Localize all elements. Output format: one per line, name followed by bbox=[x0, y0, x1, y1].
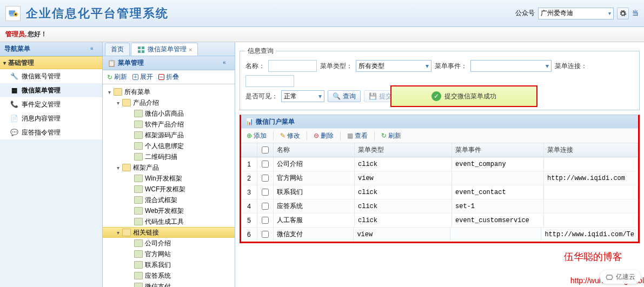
table-row[interactable]: 2 官方网站 view http://www.iqidi.com bbox=[241, 171, 638, 185]
search-legend: 信息查询 bbox=[245, 46, 276, 56]
system-title: 企业信息化平台管理系统 bbox=[26, 5, 169, 22]
sidebar-item-微信账号管理[interactable]: 🔧微信账号管理 bbox=[0, 69, 102, 83]
page-icon bbox=[134, 283, 143, 287]
account-selector[interactable]: 广州爱奇迪 ▾ bbox=[538, 8, 614, 19]
tree-refresh-button[interactable]: ↻刷新 bbox=[107, 72, 127, 82]
grid-title: 📊微信门户菜单 bbox=[241, 115, 638, 128]
query-button[interactable]: 🔍查询 bbox=[328, 90, 361, 102]
row-checkbox[interactable] bbox=[262, 231, 269, 238]
collapse-left-icon[interactable]: « bbox=[90, 45, 98, 53]
tree-node[interactable]: ▾产品介绍 bbox=[103, 97, 235, 108]
menu-tree[interactable]: ▾所有菜单▾产品介绍微信小店商品软件产品介绍框架源码产品个人信息绑定二维码扫描▾… bbox=[103, 84, 235, 287]
tree-node[interactable]: 代码生成工具 bbox=[103, 216, 235, 227]
page-icon bbox=[134, 250, 143, 258]
link-input[interactable] bbox=[245, 75, 294, 87]
success-toast: ✓ 提交微信菜单成功 bbox=[390, 85, 537, 107]
row-checkbox[interactable] bbox=[262, 175, 269, 182]
tree-toggle-icon[interactable]: ▾ bbox=[115, 100, 121, 106]
type-label: 菜单类型： bbox=[320, 62, 353, 71]
brand-badge: 亿速云 bbox=[600, 270, 641, 284]
calendar-icon: 📞 bbox=[10, 100, 18, 109]
chat-icon: 💬 bbox=[10, 128, 18, 137]
sidebar-item-消息内容管理[interactable]: 📄消息内容管理 bbox=[0, 111, 102, 125]
table-row[interactable]: 3 联系我们 click event_contact bbox=[241, 185, 638, 199]
tree-node[interactable]: 官方网站 bbox=[103, 249, 235, 259]
table-row[interactable]: 4 应答系统 click set-1 bbox=[241, 199, 638, 213]
tree-node[interactable]: 软件产品介绍 bbox=[103, 119, 235, 130]
tree-node[interactable]: 框架源码产品 bbox=[103, 130, 235, 141]
tree-node[interactable]: ▾所有菜单 bbox=[103, 86, 235, 97]
page-icon bbox=[134, 110, 143, 117]
name-input[interactable] bbox=[268, 60, 317, 72]
visible-label: 是否可见： bbox=[245, 92, 278, 101]
settings-icon-button[interactable] bbox=[617, 8, 629, 19]
tab-home[interactable]: 首页 bbox=[105, 43, 130, 56]
page-icon bbox=[134, 218, 143, 225]
event-combo[interactable]: ▾ bbox=[470, 60, 552, 72]
folder-icon bbox=[114, 88, 122, 96]
delete-button[interactable]: ⊖删除 bbox=[314, 131, 334, 141]
tree-node[interactable]: 二维码扫描 bbox=[103, 151, 235, 162]
edit-button[interactable]: ✎修改 bbox=[280, 131, 300, 141]
tree-node[interactable]: 联系我们 bbox=[103, 259, 235, 270]
col-event: 菜单事件 bbox=[452, 143, 544, 157]
type-combo[interactable]: 所有类型▾ bbox=[356, 60, 431, 72]
page-icon bbox=[134, 185, 143, 193]
save-icon: 💾 bbox=[369, 92, 377, 100]
tree-toolbar: ↻刷新 +展开 −折叠 bbox=[103, 70, 235, 84]
check-icon: ✓ bbox=[431, 91, 441, 101]
link-label: 菜单连接： bbox=[555, 62, 587, 71]
sidebar-item-微信菜单管理[interactable]: ▦微信菜单管理 bbox=[0, 83, 102, 97]
tree-toggle-icon[interactable]: ▾ bbox=[115, 230, 121, 236]
tree-expand-button[interactable]: +展开 bbox=[132, 72, 153, 82]
panel-icon: 📋 bbox=[107, 59, 116, 68]
add-button[interactable]: ⊕添加 bbox=[247, 131, 267, 141]
tree-collapse-button[interactable]: −折叠 bbox=[158, 72, 179, 82]
sidebar-item-应答指令管理[interactable]: 💬应答指令管理 bbox=[0, 125, 102, 139]
tab-close-icon[interactable]: × bbox=[189, 46, 192, 53]
collapse-center-icon[interactable]: « bbox=[223, 59, 230, 67]
sidebar-item-事件定义管理[interactable]: 📞事件定义管理 bbox=[0, 97, 102, 111]
chevron-down-icon: ▾ bbox=[426, 62, 429, 70]
navigation-sidebar: 导航菜单 « 基础管理 🔧微信账号管理▦微信菜单管理📞事件定义管理📄消息内容管理… bbox=[0, 42, 103, 287]
page-icon bbox=[134, 196, 143, 204]
tree-node[interactable]: Web开发框架 bbox=[103, 205, 235, 216]
grid-panel: 📊微信门户菜单 ⊕添加 ✎修改 ⊖删除 ▦查看 ↻刷新 名称 菜单类型 菜单事件… bbox=[240, 115, 640, 243]
table-row[interactable]: 6 微信支付 view http://www.iqidi.com/Te bbox=[241, 228, 638, 242]
view-button[interactable]: ▦查看 bbox=[347, 131, 368, 141]
tree-node[interactable]: 微信小店商品 bbox=[103, 108, 235, 119]
tree-toggle-icon[interactable]: ▾ bbox=[106, 89, 112, 95]
row-checkbox[interactable] bbox=[262, 161, 269, 168]
minus-icon: − bbox=[158, 74, 164, 80]
folder-icon bbox=[122, 99, 131, 106]
grid-header: 名称 菜单类型 菜单事件 菜单连接 bbox=[241, 143, 638, 157]
tree-node[interactable]: 应答系统 bbox=[103, 270, 235, 281]
table-row[interactable]: 1 公司介绍 click event_company bbox=[241, 157, 638, 171]
page-icon bbox=[134, 175, 143, 182]
tree-toggle-icon[interactable]: ▾ bbox=[115, 165, 121, 171]
greeting-text: 您好！ bbox=[28, 30, 47, 39]
welcome-bar: 管理员, 您好！ bbox=[0, 27, 644, 42]
tree-node[interactable]: 微信支付 bbox=[103, 281, 235, 287]
name-label: 名称： bbox=[245, 62, 265, 71]
tree-node[interactable]: 个人信息绑定 bbox=[103, 141, 235, 151]
tree-node[interactable]: Win开发框架 bbox=[103, 173, 235, 184]
refresh-button[interactable]: ↻刷新 bbox=[381, 131, 401, 141]
visible-combo[interactable]: 正常▾ bbox=[281, 90, 324, 102]
row-checkbox[interactable] bbox=[262, 217, 269, 224]
tab-wechat-menu[interactable]: 微信菜单管理 × bbox=[131, 43, 198, 56]
tree-node[interactable]: 公司介绍 bbox=[103, 238, 235, 249]
row-checkbox[interactable] bbox=[262, 203, 269, 210]
tree-node[interactable]: ▾相关链接 bbox=[103, 227, 235, 238]
table-row[interactable]: 5 人工客服 click event_customservice bbox=[241, 213, 638, 228]
page-icon bbox=[134, 261, 143, 269]
nav-group-basic[interactable]: 基础管理 bbox=[0, 56, 102, 69]
page-icon bbox=[134, 153, 143, 161]
tree-node[interactable]: 混合式框架 bbox=[103, 195, 235, 205]
col-name: 名称 bbox=[274, 143, 355, 157]
tree-node[interactable]: WCF开发框架 bbox=[103, 184, 235, 195]
select-all-checkbox[interactable] bbox=[262, 146, 269, 153]
row-checkbox[interactable] bbox=[262, 189, 269, 196]
tree-node[interactable]: ▾框架产品 bbox=[103, 162, 235, 173]
grid-icon bbox=[137, 45, 145, 54]
